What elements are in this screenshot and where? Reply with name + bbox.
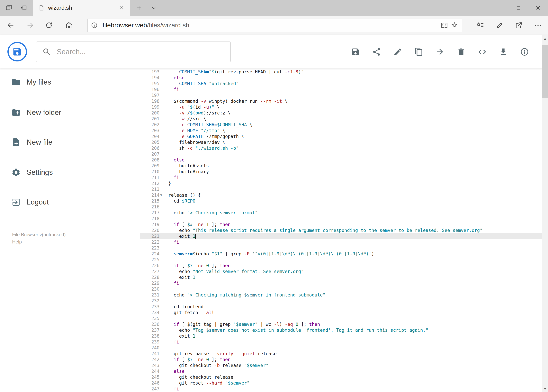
help-link[interactable]: Help: [12, 238, 22, 245]
editor-line-215[interactable]: 215 cd $REPO: [140, 198, 548, 204]
editor-line-211[interactable]: 211 fi: [140, 175, 548, 181]
editor-line-244[interactable]: 244 else: [140, 368, 548, 374]
editor-line-237[interactable]: 237 echo "Tag $semver does not exist in …: [140, 327, 548, 333]
save-button[interactable]: [348, 42, 363, 61]
sidebar-item-my-files[interactable]: My files: [0, 71, 140, 93]
editor-line-243[interactable]: 243 git checkout -b release "$semver": [140, 363, 548, 368]
editor-line-225[interactable]: 225: [140, 257, 548, 263]
editor-line-219[interactable]: 219 if [ $# -ne 1 ]; then: [140, 222, 548, 227]
download-button[interactable]: [496, 42, 511, 61]
browser-tab[interactable]: wizard.sh: [33, 0, 130, 16]
refresh-button[interactable]: [42, 18, 56, 32]
search-input[interactable]: [56, 48, 230, 56]
editor-line-209[interactable]: 209 buildAssets: [140, 163, 548, 169]
editor-line-199[interactable]: 199 -u "$(id -u)" \: [140, 104, 548, 110]
editor-line-233[interactable]: 233 cd frontend: [140, 304, 548, 310]
search-bar[interactable]: [36, 42, 231, 62]
add-favorite-star-icon[interactable]: [449, 20, 460, 30]
editor-line-214[interactable]: 214▾release () {: [140, 192, 548, 198]
sidebar-item-new-file[interactable]: New file: [0, 132, 140, 153]
editor-line-245[interactable]: 245 git checkout release: [140, 374, 548, 380]
editor-line-226[interactable]: 226 if [ $? -ne 0 ]; then: [140, 263, 548, 268]
share-file-button[interactable]: [369, 42, 384, 61]
editor-line-234[interactable]: 234 git fetch --all: [140, 310, 548, 315]
editor-line-200[interactable]: 200 -v /$(pwd):/src:z \: [140, 110, 548, 116]
editor-line-208[interactable]: 208 else: [140, 157, 548, 163]
new-tab-button[interactable]: [135, 3, 144, 12]
editor-line-212[interactable]: 212}: [140, 181, 548, 186]
sidebar-item-logout[interactable]: Logout: [0, 191, 140, 213]
editor-line-224[interactable]: 224 semver=$(echo "$1" | grep -P '^v(0|[…: [140, 251, 548, 257]
editor-line-198[interactable]: 198 $(command -v winpty) docker run --rm…: [140, 98, 548, 104]
raw-code-button[interactable]: [475, 42, 490, 61]
delete-button[interactable]: [454, 42, 469, 61]
set-tabs-aside-icon[interactable]: [19, 3, 28, 13]
web-note-pen-icon[interactable]: [493, 18, 507, 32]
editor-line-227[interactable]: 227 echo "Not valid semver format. See s…: [140, 268, 548, 274]
editor-line-201[interactable]: 201 -w //src \: [140, 116, 548, 122]
editor-line-247[interactable]: 247 fi: [140, 386, 548, 392]
forward-button[interactable]: [23, 18, 37, 32]
editor-line-193[interactable]: 193 COMMIT_SHA="$(git rev-parse HEAD | c…: [140, 69, 548, 75]
editor-line-196[interactable]: 196 fi: [140, 86, 548, 92]
reading-view-icon[interactable]: [439, 20, 449, 30]
info-button[interactable]: [517, 42, 532, 61]
minimize-button[interactable]: [490, 0, 509, 16]
copy-button[interactable]: [411, 42, 426, 61]
editor-line-223[interactable]: 223: [140, 245, 548, 251]
tab-preview-chevron-icon[interactable]: [149, 3, 158, 12]
editor-line-205[interactable]: 205 filebrowser/dev \: [140, 139, 548, 145]
editor-line-222[interactable]: 222 fi: [140, 239, 548, 245]
home-button[interactable]: [62, 18, 76, 32]
editor-line-218[interactable]: 218: [140, 216, 548, 222]
scroll-up-arrow-icon[interactable]: ▲: [542, 35, 548, 42]
more-options-icon[interactable]: [531, 18, 545, 32]
maximize-button[interactable]: [509, 0, 528, 16]
editor-line-230[interactable]: 230: [140, 286, 548, 292]
editor-line-238[interactable]: 238 exit 1: [140, 333, 548, 339]
scrollbar-thumb[interactable]: [542, 45, 548, 98]
editor-line-241[interactable]: 241 git rev-parse --verify --quiet relea…: [140, 351, 548, 357]
editor-line-221[interactable]: 221 exit 1: [140, 233, 548, 239]
scroll-down-arrow-icon[interactable]: ▼: [542, 385, 548, 392]
editor-line-217[interactable]: 217 echo "> Checking semver format": [140, 210, 548, 216]
editor-line-206[interactable]: 206 sh -c "./wizard.sh -b": [140, 145, 548, 151]
address-bar[interactable]: filebrowser.web/files/wizard.sh: [87, 19, 462, 32]
rename-edit-button[interactable]: [390, 42, 405, 61]
code-editor[interactable]: 193 COMMIT_SHA="$(git rev-parse HEAD | c…: [140, 69, 548, 392]
editor-line-194[interactable]: 194 else: [140, 75, 548, 81]
app-version-text: File Browser v(untracked): [12, 231, 66, 238]
favorites-hub-icon[interactable]: [473, 18, 487, 32]
editor-line-202[interactable]: 202 -e COMMIT_SHA=$COMMIT_SHA \: [140, 122, 548, 128]
editor-line-216[interactable]: 216: [140, 204, 548, 210]
fold-marker-icon[interactable]: ▾: [160, 192, 162, 198]
editor-line-235[interactable]: 235: [140, 315, 548, 321]
share-icon[interactable]: [512, 18, 526, 32]
editor-line-246[interactable]: 246 git reset --hard "$semver": [140, 380, 548, 386]
editor-line-231[interactable]: 231 echo "> Checking matching $semver in…: [140, 292, 548, 298]
sidebar-item-new-folder[interactable]: New folder: [0, 102, 140, 123]
editor-line-213[interactable]: 213: [140, 186, 548, 192]
editor-line-207[interactable]: 207: [140, 151, 548, 157]
close-button[interactable]: [528, 0, 548, 16]
page-scrollbar[interactable]: ▲ ▼: [542, 35, 548, 392]
tab-close-icon[interactable]: [118, 4, 125, 12]
editor-line-240[interactable]: 240: [140, 345, 548, 351]
move-button[interactable]: [433, 42, 447, 61]
editor-line-228[interactable]: 228 exit 1: [140, 274, 548, 280]
editor-line-232[interactable]: 232: [140, 298, 548, 304]
back-button[interactable]: [4, 18, 18, 32]
editor-line-242[interactable]: 242 if [ $? -ne 0 ]; then: [140, 357, 548, 363]
editor-line-210[interactable]: 210 buildBinary: [140, 169, 548, 175]
editor-line-197[interactable]: 197: [140, 92, 548, 98]
editor-line-229[interactable]: 229 fi: [140, 280, 548, 286]
editor-line-203[interactable]: 203 -e HOME="//tmp" \: [140, 128, 548, 133]
sidebar-item-settings[interactable]: Settings: [0, 162, 140, 183]
editor-line-195[interactable]: 195 COMMIT_SHA="untracked": [140, 81, 548, 86]
editor-line-236[interactable]: 236 if [ $(git tag | grep "$semver" | wc…: [140, 321, 548, 327]
editor-line-220[interactable]: 220 echo "This release script requires a…: [140, 227, 548, 233]
tabs-preview-icon[interactable]: [4, 3, 14, 13]
site-info-icon[interactable]: [89, 20, 99, 30]
editor-line-204[interactable]: 204 -e GOPATH=//tmp/gopath \: [140, 133, 548, 139]
editor-line-239[interactable]: 239 fi: [140, 339, 548, 345]
